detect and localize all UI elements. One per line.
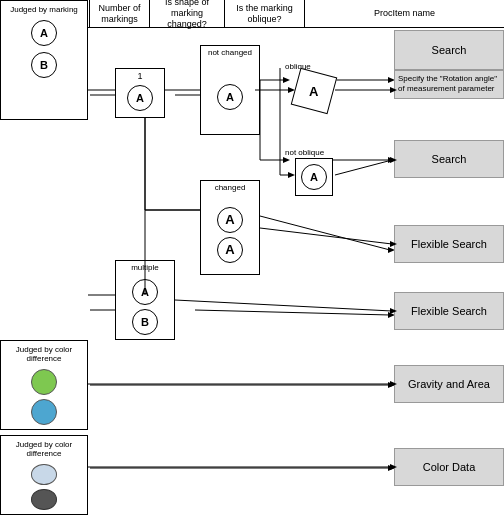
proc-search2: Search (394, 140, 504, 178)
count-one-circle: A (127, 85, 153, 111)
green-circle (31, 369, 57, 395)
header-col2: Number of markings (90, 0, 150, 27)
header-col4: Is the marking oblique? (225, 0, 305, 27)
not-oblique-label: not oblique (285, 148, 324, 157)
judged-color2-label: Judged by color difference (3, 440, 85, 458)
not-oblique-circle: A (301, 164, 327, 190)
svg-line-17 (195, 310, 390, 315)
judged-by-color1-box: Judged by color difference (0, 340, 88, 430)
header-col5: ProcItem name (305, 0, 504, 27)
header-col3: Is shape of marking changed? (150, 0, 225, 27)
proc-flexible1: Flexible Search (394, 225, 504, 263)
marking-a-circle: A (31, 20, 57, 46)
not-changed-circle: A (217, 84, 243, 110)
oblique-a: A (309, 83, 318, 98)
not-changed-box: not changed A (200, 45, 260, 135)
diagram: Judgment condition? Number of markings I… (0, 0, 504, 515)
multiple-box: multiple A B (115, 260, 175, 340)
proc-flexible2: Flexible Search (394, 292, 504, 330)
judged-color1-label: Judged by color difference (3, 345, 85, 363)
not-oblique-box: A (295, 158, 333, 196)
proc-gravity: Gravity and Area (394, 365, 504, 403)
dark-gray-circle (31, 489, 57, 510)
changed-a2-circle: A (217, 237, 243, 263)
changed-a1-circle: A (217, 207, 243, 233)
oblique-box: A (291, 68, 338, 115)
multiple-a-circle: A (132, 279, 158, 305)
svg-line-40 (260, 228, 392, 244)
proc-search1-container: Search Specify the "Rotation angle" of m… (394, 30, 504, 99)
changed-label: changed (215, 183, 246, 192)
blue-circle (31, 399, 57, 425)
svg-marker-5 (283, 77, 290, 83)
judged-by-color2-box: Judged by color difference (0, 435, 88, 515)
not-changed-label: not changed (208, 48, 252, 57)
svg-marker-33 (288, 172, 295, 178)
judged-by-marking-label: Judged by marking (10, 5, 78, 14)
svg-line-44 (175, 300, 392, 311)
count-one-box: 1 A (115, 68, 165, 118)
proc-color: Color Data (394, 448, 504, 486)
svg-marker-7 (283, 157, 290, 163)
marking-b-circle: B (31, 52, 57, 78)
multiple-b-circle: B (132, 309, 158, 335)
proc-search1: Search (394, 30, 504, 70)
judged-by-marking-box: Judged by marking A B (0, 0, 88, 120)
changed-box: changed A A (200, 180, 260, 275)
count-label: 1 (137, 71, 142, 81)
light-gray-circle (31, 464, 57, 485)
multiple-label: multiple (131, 263, 159, 272)
proc-search1-note: Specify the "Rotation angle" of measurem… (394, 70, 504, 99)
svg-line-36 (335, 160, 392, 175)
